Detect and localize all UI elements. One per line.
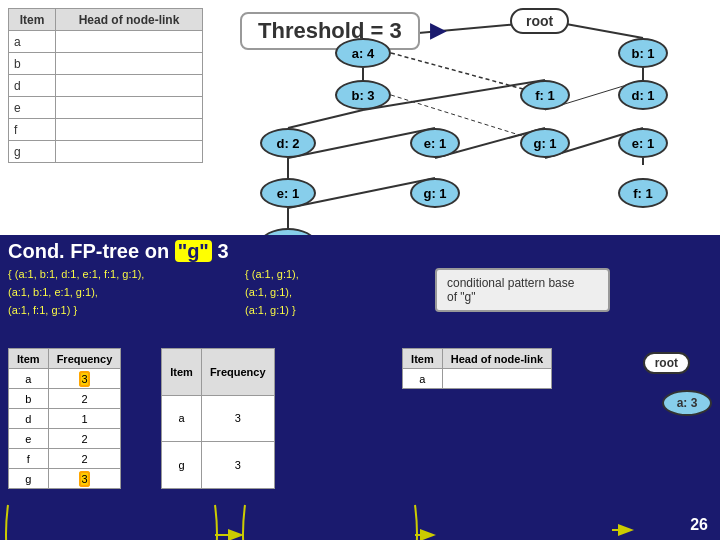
bottom-table-2: Item Frequency a 3 g 3: [161, 348, 274, 489]
root-text: root: [526, 13, 553, 29]
cond-pattern-line2: of "g": [447, 290, 598, 304]
cond-title-highlight: "g": [175, 240, 212, 262]
node-g1-bot: g: 1: [410, 178, 460, 208]
bt1-b-freq: 2: [48, 389, 121, 409]
curly-line-3: (a:1, f:1, g:1) }: [8, 301, 218, 319]
cond-pattern-box: conditional pattern base of "g": [435, 268, 610, 312]
node-e1-mid: e: 1: [410, 128, 460, 158]
row-f-link: [55, 119, 202, 141]
col-item: Item: [9, 9, 56, 31]
small-tree-area: Item Head of node-link a: [402, 348, 552, 389]
bt1-row-f: f 2: [9, 449, 121, 469]
node-f1-bot: f: 1: [618, 178, 668, 208]
bt1-e-item: e: [9, 429, 49, 449]
st-row-a: a: [403, 369, 552, 389]
row-f-item: f: [9, 119, 56, 141]
row-b-item: b: [9, 53, 56, 75]
curly-line-2: (a:1, b:1, e:1, g:1),: [8, 283, 218, 301]
row-d-link: [55, 75, 202, 97]
bt1-col-freq: Frequency: [48, 349, 121, 369]
bottom-tables: Item Frequency a 3 b 2 d 1 e 2 f 2 g 3: [0, 348, 720, 489]
node-d2: d: 2: [260, 128, 316, 158]
bt1-row-a: a 3: [9, 369, 121, 389]
bt1-e-freq: 2: [48, 429, 121, 449]
node-a3: a: 3: [662, 390, 712, 416]
curly2-line-1: { (a:1, g:1),: [245, 265, 410, 283]
node-e1-right: e: 1: [618, 128, 668, 158]
node-b3: b: 3: [335, 80, 391, 110]
node-d1: d: 1: [618, 80, 668, 110]
row-e-link: [55, 97, 202, 119]
bt2-g-freq: 3: [201, 442, 274, 489]
st-col-item: Item: [403, 349, 443, 369]
bt2-row-a: a 3: [162, 395, 274, 442]
row-e-item: e: [9, 97, 56, 119]
row-g-item: g: [9, 141, 56, 163]
st-a-item: a: [403, 369, 443, 389]
node-g1-mid: g: 1: [520, 128, 570, 158]
bt1-d-freq: 1: [48, 409, 121, 429]
bt1-g-freq: 3: [48, 469, 121, 489]
bt1-a-item: a: [9, 369, 49, 389]
cond-title-prefix: Cond. FP-tree on: [8, 240, 175, 262]
row-a-item: a: [9, 31, 56, 53]
threshold-arrow: ▶: [430, 18, 445, 42]
bt1-f-item: f: [9, 449, 49, 469]
bt2-col-freq: Frequency: [201, 349, 274, 396]
bt2-a-freq: 3: [201, 395, 274, 442]
node-e1-bot: e: 1: [260, 178, 316, 208]
bt2-g-item: g: [162, 442, 202, 489]
row-a-link: [55, 31, 202, 53]
bt1-b-item: b: [9, 389, 49, 409]
small-tree-table: Item Head of node-link a: [402, 348, 552, 389]
cond-title: Cond. FP-tree on "g" 3: [8, 240, 229, 263]
curly2-line-2: (a:1, g:1),: [245, 283, 410, 301]
bt1-col-item: Item: [9, 349, 49, 369]
st-col-head: Head of node-link: [442, 349, 551, 369]
curly-line-1: { (a:1, b:1, d:1, e:1, f:1, g:1),: [8, 265, 218, 283]
node-a4: a: 4: [335, 38, 391, 68]
bt1-f-freq: 2: [48, 449, 121, 469]
bt2-a-item: a: [162, 395, 202, 442]
header-table: Item Head of node-link a b d e f g: [8, 8, 203, 163]
bt1-row-e: e 2: [9, 429, 121, 449]
bt1-g-item: g: [9, 469, 49, 489]
curly-block-1: { (a:1, b:1, d:1, e:1, f:1, g:1), (a:1, …: [8, 265, 218, 319]
threshold-box: Threshold = 3: [240, 12, 420, 50]
st-a-link: [442, 369, 551, 389]
bt2-col-item: Item: [162, 349, 202, 396]
bt2-row-g: g 3: [162, 442, 274, 489]
root-label: root: [510, 8, 569, 34]
curly-block-2: { (a:1, g:1), (a:1, g:1), (a:1, g:1) }: [245, 265, 410, 319]
curly2-line-3: (a:1, g:1) }: [245, 301, 410, 319]
bt1-row-g: g 3: [9, 469, 121, 489]
bt1-row-d: d 1: [9, 409, 121, 429]
threshold-label: Threshold = 3: [258, 18, 402, 43]
bt1-a-freq: 3: [48, 369, 121, 389]
bt1-d-item: d: [9, 409, 49, 429]
row-b-link: [55, 53, 202, 75]
node-b1-top: b: 1: [618, 38, 668, 68]
row-g-link: [55, 141, 202, 163]
bottom-table-1: Item Frequency a 3 b 2 d 1 e 2 f 2 g 3: [8, 348, 121, 489]
page-number: 26: [690, 516, 708, 534]
col-head: Head of node-link: [55, 9, 202, 31]
bt1-row-b: b 2: [9, 389, 121, 409]
cond-pattern-line1: conditional pattern base: [447, 276, 598, 290]
node-f1-top: f: 1: [520, 80, 570, 110]
cond-title-suffix: 3: [212, 240, 229, 262]
row-d-item: d: [9, 75, 56, 97]
small-root-label: root: [643, 352, 690, 374]
